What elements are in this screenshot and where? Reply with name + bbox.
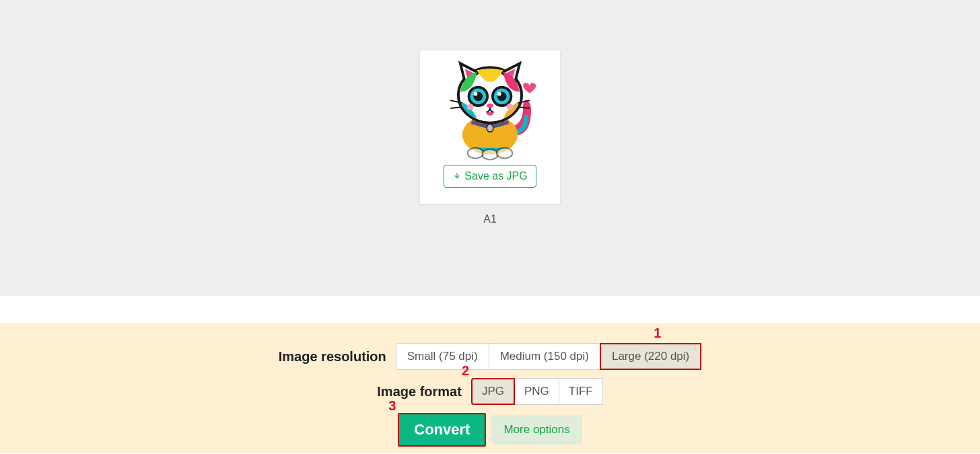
resolution-group: Small (75 dpi) Medium (150 dpi) Large (2… [396, 343, 701, 370]
format-row: Image format JPG PNG TIFF 2 [0, 378, 980, 405]
svg-point-18 [507, 104, 514, 110]
svg-point-15 [487, 104, 493, 108]
convert-button[interactable]: Convert [398, 413, 486, 447]
resolution-row: Image resolution Small (75 dpi) Medium (… [0, 343, 980, 370]
image-preview-card: Save as JPG [420, 50, 560, 204]
format-png-button[interactable]: PNG [514, 378, 559, 405]
image-label: A1 [483, 213, 497, 225]
download-icon [452, 172, 462, 181]
save-button-label: Save as JPG [464, 170, 527, 182]
spacer [0, 296, 980, 323]
resolution-small-button[interactable]: Small (75 dpi) [396, 343, 489, 370]
resolution-label: Image resolution [279, 349, 386, 365]
svg-point-1 [468, 148, 484, 159]
format-tiff-button[interactable]: TIFF [559, 378, 603, 405]
svg-point-16 [487, 112, 493, 116]
svg-point-2 [482, 149, 498, 160]
svg-point-10 [474, 92, 478, 96]
format-label: Image format [377, 384, 462, 400]
resolution-large-button[interactable]: Large (220 dpi) [600, 343, 701, 370]
cat-image [424, 54, 556, 162]
svg-point-17 [467, 104, 474, 110]
resolution-medium-button[interactable]: Medium (150 dpi) [489, 343, 600, 370]
action-row: Convert 3 More options [0, 413, 980, 447]
more-options-button[interactable]: More options [491, 415, 582, 445]
annotation-1: 1 [654, 326, 661, 341]
svg-point-14 [497, 92, 501, 96]
svg-point-3 [497, 148, 513, 159]
format-jpg-button[interactable]: JPG [471, 378, 515, 405]
format-group: JPG PNG TIFF 2 [471, 378, 603, 405]
options-area: Image resolution Small (75 dpi) Medium (… [0, 323, 980, 453]
svg-point-4 [487, 124, 493, 133]
save-as-jpg-button[interactable]: Save as JPG [444, 165, 536, 188]
preview-area: Save as JPG A1 [0, 0, 980, 296]
